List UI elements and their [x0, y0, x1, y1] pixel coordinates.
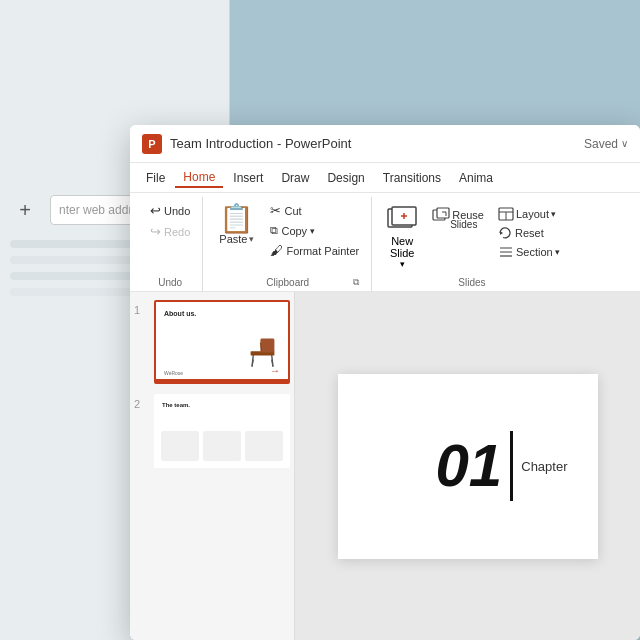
paste-button[interactable]: 📋 Paste ▾: [211, 201, 262, 249]
cut-label: Cut: [284, 205, 301, 217]
menu-draw[interactable]: Draw: [273, 169, 317, 187]
slide-1-subtitle: WeRose: [164, 370, 183, 376]
clipboard-content: 📋 Paste ▾ ✂ Cut ⧉ Copy ▾: [211, 197, 363, 276]
layout-button[interactable]: Layout ▾: [494, 205, 564, 223]
menu-animations[interactable]: Anima: [451, 169, 501, 187]
copy-icon: ⧉: [270, 224, 278, 237]
paste-label-row: Paste ▾: [219, 233, 254, 245]
new-slide-label-row: New: [391, 235, 413, 247]
slide-2-content: The team.: [156, 396, 288, 466]
paste-label: Paste: [219, 233, 247, 245]
section-button[interactable]: Section ▾: [494, 243, 564, 261]
slide-col-1: [161, 431, 199, 461]
ribbon-group-slides: New Slide ▾ Reuse: [372, 197, 572, 291]
undo-icon: ↩: [150, 203, 161, 218]
slide-thumb-1[interactable]: 1 About us. WeRose: [134, 300, 290, 384]
svg-rect-18: [260, 339, 274, 353]
new-tab-button[interactable]: +: [10, 195, 40, 225]
format-painter-button[interactable]: 🖌 Format Painter: [266, 241, 363, 260]
title-bar: P Team Introduction - PowerPoint Saved ∨: [130, 125, 640, 163]
ribbon: ↩ Undo ↪ Redo Undo 📋 Paste: [130, 193, 640, 292]
slide-2-title: The team.: [162, 402, 190, 408]
menu-transitions[interactable]: Transitions: [375, 169, 449, 187]
clipboard-right-col: ✂ Cut ⧉ Copy ▾ 🖌 Format Painter: [266, 201, 363, 260]
menu-insert[interactable]: Insert: [225, 169, 271, 187]
ribbon-group-clipboard: 📋 Paste ▾ ✂ Cut ⧉ Copy ▾: [203, 197, 372, 291]
clipboard-label: Clipboard: [266, 277, 309, 288]
window-title: Team Introduction - PowerPoint: [170, 136, 576, 151]
menu-bar: File Home Insert Draw Design Transitions…: [130, 163, 640, 193]
powerpoint-window: P Team Introduction - PowerPoint Saved ∨…: [130, 125, 640, 640]
content-area: 01 Chapter: [295, 292, 640, 640]
undo-col: ↩ Undo ↪ Redo: [146, 201, 194, 241]
slide-1-content: About us. WeRose: [156, 302, 288, 382]
main-area: 1 About us. WeRose: [130, 292, 640, 640]
cut-button[interactable]: ✂ Cut: [266, 201, 363, 220]
new-slide-chevron-icon: ▾: [400, 259, 405, 269]
ribbon-group-undo: ↩ Undo ↪ Redo Undo: [138, 197, 203, 291]
slide-1-thumbnail[interactable]: About us. WeRose: [154, 300, 290, 384]
new-slide-icon-wrapper: [386, 205, 418, 235]
menu-file[interactable]: File: [138, 169, 173, 187]
main-slide-number: 01: [436, 436, 503, 496]
copy-label: Copy: [281, 225, 307, 237]
section-label: Section: [516, 246, 553, 258]
copy-button[interactable]: ⧉ Copy ▾: [266, 222, 363, 239]
layout-chevron-icon: ▾: [551, 209, 556, 219]
ppt-logo-text: P: [148, 138, 155, 150]
reset-button[interactable]: Reset: [494, 224, 564, 242]
undo-label: Undo: [164, 205, 190, 217]
slide-thumb-2[interactable]: 2 The team.: [134, 394, 290, 468]
undo-group-label: Undo: [146, 277, 194, 291]
clipboard-group-label: ⧉ Clipboard ⧉: [211, 276, 363, 291]
slides-content: New Slide ▾ Reuse: [380, 197, 564, 277]
layout-col: Layout ▾ Reset: [494, 201, 564, 261]
slide-1-red-bar: [156, 379, 288, 382]
slide-1-number: 1: [134, 300, 148, 316]
saved-indicator: Saved ∨: [584, 137, 628, 151]
slide-2-number: 2: [134, 394, 148, 410]
menu-design[interactable]: Design: [319, 169, 372, 187]
svg-marker-9: [500, 231, 503, 235]
slides-right-col: Reuse Slides: [428, 201, 490, 230]
section-icon: [498, 245, 514, 259]
main-slide-chapter-label: Chapter: [521, 459, 567, 474]
saved-label: Saved: [584, 137, 618, 151]
format-painter-label: Format Painter: [286, 245, 359, 257]
slide-panel[interactable]: 1 About us. WeRose: [130, 292, 295, 640]
slide-1-title: About us.: [164, 310, 196, 317]
new-slide-label: New: [391, 235, 413, 247]
reset-icon: [498, 226, 512, 240]
redo-button[interactable]: ↪ Redo: [146, 222, 194, 241]
section-chevron-icon: ▾: [555, 247, 560, 257]
clipboard-dialog-icon[interactable]: ⧉: [353, 277, 359, 288]
new-slide-sub-label: Slide: [390, 247, 414, 259]
main-slide-divider: [510, 431, 513, 501]
slide-col-2: [203, 431, 241, 461]
reset-label: Reset: [515, 227, 544, 239]
slide-2-thumbnail[interactable]: The team.: [154, 394, 290, 468]
undo-button[interactable]: ↩ Undo: [146, 201, 194, 220]
svg-rect-5: [437, 208, 449, 218]
paste-icon: 📋: [219, 205, 254, 233]
slides-group-label: Slides: [380, 277, 564, 291]
new-tab-icon: +: [19, 199, 31, 222]
new-slide-button[interactable]: New Slide ▾: [380, 201, 424, 273]
menu-home[interactable]: Home: [175, 168, 223, 188]
saved-chevron-icon[interactable]: ∨: [621, 138, 628, 149]
paste-chevron-icon: ▾: [249, 234, 254, 244]
slide-1-chair-image: [245, 333, 280, 368]
reuse-sub-label: Slides: [428, 219, 490, 230]
layout-icon: [498, 207, 514, 221]
redo-label: Redo: [164, 226, 190, 238]
slide-1-arrow-icon: →: [270, 365, 280, 376]
slide-col-3: [245, 431, 283, 461]
slide-2-columns: [161, 431, 283, 461]
main-slide: 01 Chapter: [338, 374, 598, 559]
copy-chevron-icon: ▾: [310, 226, 315, 236]
cut-icon: ✂: [270, 203, 281, 218]
new-slide-icon: [386, 205, 418, 231]
layout-label: Layout: [516, 208, 549, 220]
format-painter-icon: 🖌: [270, 243, 283, 258]
ppt-logo: P: [142, 134, 162, 154]
